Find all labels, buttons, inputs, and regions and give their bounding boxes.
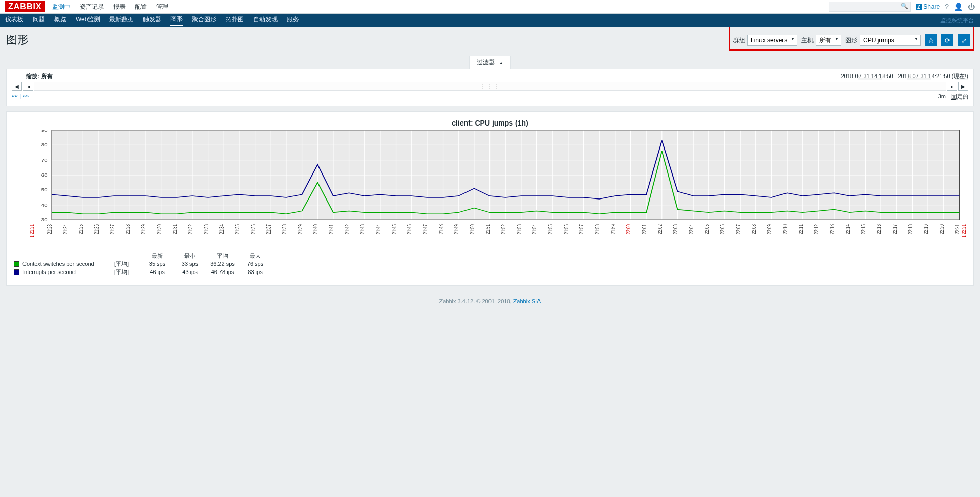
- zoom-label: 缩放:: [26, 72, 39, 80]
- svg-text:21:48: 21:48: [438, 224, 444, 234]
- filter-tab[interactable]: 过滤器 ▲: [469, 56, 510, 69]
- svg-text:60: 60: [41, 172, 48, 178]
- subnav-triggers[interactable]: 触发器: [143, 15, 161, 26]
- time-scrollbar[interactable]: ⋮⋮⋮: [34, 82, 946, 91]
- subnav-dashboard[interactable]: 仪表板: [5, 15, 23, 26]
- footer-link[interactable]: Zabbix SIA: [513, 298, 541, 304]
- svg-text:21:47: 21:47: [423, 224, 428, 234]
- legend-name-0: Context switches per second: [22, 261, 114, 267]
- svg-text:21:37: 21:37: [266, 224, 272, 234]
- svg-text:22:20: 22:20: [939, 224, 945, 234]
- nav-inventory[interactable]: 资产记录: [80, 3, 104, 11]
- subnav-latest[interactable]: 最新数据: [109, 15, 134, 26]
- zoom-all-link[interactable]: 所有: [41, 72, 53, 80]
- fullscreen-button[interactable]: ⤢: [958, 34, 970, 46]
- subnav-maps[interactable]: 拓扑图: [226, 15, 244, 26]
- svg-text:22:07: 22:07: [736, 224, 741, 234]
- page-header: 图形 群组 Linux servers 主机 所有 图形 CPU jumps ☆…: [0, 27, 980, 51]
- svg-text:21:41: 21:41: [329, 224, 334, 234]
- legend-latest-0: 35 sps: [141, 261, 174, 267]
- chart-area: 3040506070809021:2321:2421:2521:2621:272…: [12, 130, 968, 237]
- legend-table: 最新 最小 平均 最大 Context switches per second …: [12, 252, 968, 276]
- favorite-button[interactable]: ☆: [925, 34, 937, 46]
- svg-text:90: 90: [41, 130, 48, 133]
- share-link[interactable]: Z Share: [916, 3, 940, 10]
- filter-graph-select[interactable]: CPU jumps: [860, 35, 921, 46]
- legend-fn-0: [平均]: [114, 260, 141, 268]
- filter-host-select[interactable]: 所有: [816, 35, 841, 46]
- svg-text:21:55: 21:55: [548, 224, 553, 234]
- nav-administration[interactable]: 管理: [156, 3, 168, 11]
- subnav-screens[interactable]: 聚合图形: [192, 15, 216, 26]
- svg-text:21:57: 21:57: [579, 224, 585, 234]
- svg-text:21:53: 21:53: [517, 224, 522, 234]
- help-icon[interactable]: ?: [945, 3, 949, 11]
- nav-configuration[interactable]: 配置: [135, 3, 147, 11]
- svg-text:21:36: 21:36: [251, 224, 256, 234]
- filter-group-label: 群组: [733, 36, 745, 45]
- legend-row-1: Interrupts per second [平均] 46 ips 43 ips…: [14, 268, 968, 276]
- time-to[interactable]: 2018-07-31 14:21:50 (现在!): [898, 73, 968, 79]
- svg-text:22:13: 22:13: [829, 224, 835, 234]
- scroll-left-button[interactable]: ◂: [23, 82, 33, 91]
- subnav-overview[interactable]: 概览: [54, 15, 66, 26]
- svg-text:22:18: 22:18: [908, 224, 914, 234]
- svg-text:21:29: 21:29: [141, 224, 146, 234]
- subnav-web[interactable]: Web监测: [76, 15, 100, 26]
- svg-text:21:23: 21:23: [47, 224, 53, 234]
- filter-group-select[interactable]: Linux servers: [747, 35, 797, 46]
- svg-text:07-31 22:21: 07-31 22:21: [961, 224, 967, 237]
- time-nav-box: 缩放: 所有 2018-07-31 14:18:50 - 2018-07-31 …: [6, 69, 974, 106]
- subnav-problems[interactable]: 问题: [33, 15, 45, 26]
- svg-text:22:09: 22:09: [767, 224, 773, 234]
- user-icon[interactable]: 👤: [954, 3, 963, 11]
- nav-first-link[interactable]: «« |: [12, 93, 21, 99]
- filter-tab-label: 过滤器: [477, 59, 495, 66]
- subnav-services[interactable]: 服务: [287, 15, 299, 26]
- filter-graph-label: 图形: [845, 36, 857, 45]
- svg-text:70: 70: [41, 158, 48, 163]
- subnav-discovery[interactable]: 自动发现: [253, 15, 278, 26]
- nav-next-link[interactable]: »»: [22, 93, 29, 99]
- svg-text:21:52: 21:52: [501, 224, 506, 234]
- legend-swatch-1: [14, 269, 19, 275]
- legend-avg-0: 36.22 sps: [206, 261, 239, 267]
- svg-text:21:59: 21:59: [610, 224, 616, 234]
- scroll-right-button[interactable]: ▸: [947, 82, 957, 91]
- scroll-right-fast-button[interactable]: ▶: [958, 82, 968, 91]
- scroll-left-fast-button[interactable]: ◀: [12, 82, 22, 91]
- svg-text:22:15: 22:15: [861, 224, 867, 234]
- svg-text:21:40: 21:40: [313, 224, 318, 234]
- share-label: Share: [923, 3, 940, 10]
- svg-text:21:31: 21:31: [172, 224, 178, 234]
- svg-text:22:04: 22:04: [689, 224, 694, 234]
- page-title: 图形: [6, 32, 29, 47]
- svg-text:22:05: 22:05: [704, 224, 710, 234]
- search-input[interactable]: [829, 2, 911, 12]
- caret-up-icon: ▲: [499, 61, 503, 65]
- logo[interactable]: ZABBIX: [5, 1, 45, 12]
- svg-text:21:39: 21:39: [298, 224, 303, 234]
- legend-min-1: 43 ips: [174, 269, 206, 275]
- footer: Zabbix 3.4.12. © 2001–2018, Zabbix SIA: [0, 293, 980, 309]
- nav-reports[interactable]: 报表: [113, 3, 126, 11]
- time-from[interactable]: 2018-07-31 14:18:50: [841, 73, 893, 79]
- svg-text:22:11: 22:11: [798, 224, 804, 234]
- legend-hdr-max: 最大: [239, 252, 272, 260]
- logout-icon[interactable]: ⏻: [968, 3, 975, 11]
- svg-text:22:21: 22:21: [955, 224, 961, 234]
- legend-max-1: 83 ips: [239, 269, 272, 275]
- subnav-graphs[interactable]: 图形: [170, 15, 183, 26]
- legend-avg-1: 46.78 ips: [206, 269, 239, 275]
- svg-text:21:43: 21:43: [360, 224, 365, 234]
- fixed-label[interactable]: 固定的: [951, 93, 968, 100]
- legend-fn-1: [平均]: [114, 268, 141, 276]
- legend-hdr-avg: 平均: [206, 252, 239, 260]
- svg-text:21:44: 21:44: [376, 224, 381, 234]
- chart-svg: 3040506070809021:2321:2421:2521:2621:272…: [12, 130, 968, 237]
- svg-text:22:17: 22:17: [892, 224, 898, 234]
- refresh-button[interactable]: ⟳: [941, 34, 953, 46]
- svg-text:21:46: 21:46: [407, 224, 412, 234]
- nav-monitoring[interactable]: 监测中: [52, 3, 70, 11]
- legend-name-1: Interrupts per second: [22, 269, 114, 275]
